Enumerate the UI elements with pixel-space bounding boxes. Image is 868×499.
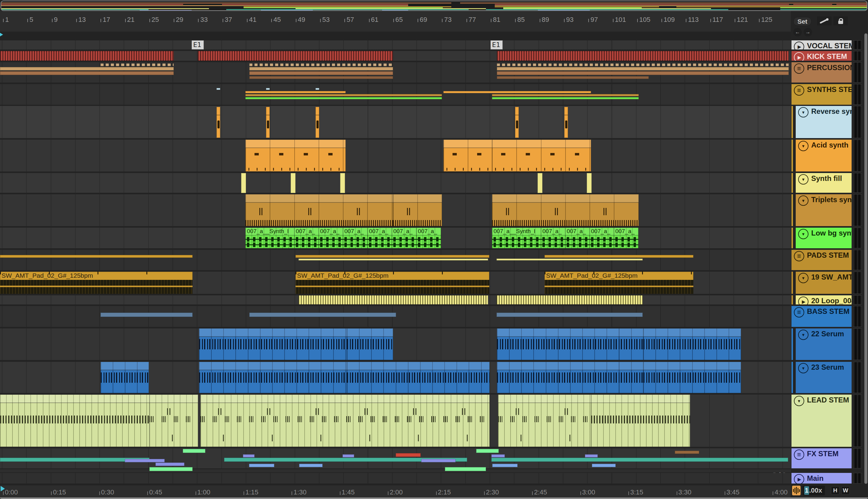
serum-bass-clip[interactable] (643, 328, 741, 360)
draw-mode-button[interactable] (817, 16, 832, 25)
triplets-synth-clip[interactable] (245, 194, 393, 226)
unfold-icon[interactable] (798, 363, 808, 373)
fx-clip[interactable] (491, 458, 788, 462)
lock-envelopes-button[interactable] (833, 16, 848, 25)
track-header-19-sw-amt[interactable]: 19 SW_AMT_ (796, 272, 852, 294)
pads-overview-strip[interactable] (497, 259, 643, 260)
track-header-22-serum[interactable]: 22 Serum (796, 328, 852, 360)
pads-overview-strip[interactable] (296, 255, 489, 258)
fx-clip[interactable] (476, 449, 499, 453)
play-icon[interactable] (794, 474, 804, 484)
serum-bass-clip[interactable] (199, 362, 347, 393)
lead-clip[interactable] (498, 394, 591, 447)
lead-clip[interactable] (149, 394, 198, 447)
set-locator-button[interactable]: Set (793, 17, 811, 26)
low-bg-synth-clip[interactable]: 007_a_ (367, 228, 392, 248)
serum-bass-clip[interactable] (347, 362, 490, 393)
serum-bass-clip[interactable] (199, 328, 347, 360)
fx-clip[interactable] (396, 453, 421, 457)
synths-overview-strip[interactable] (245, 91, 346, 93)
locator-e1[interactable]: E1 (192, 40, 204, 49)
pads-overview-strip[interactable] (544, 255, 694, 258)
low-bg-synth-clip[interactable]: 007_a_ (565, 228, 590, 248)
track-header-bass-stem[interactable]: BASS STEM (792, 306, 852, 327)
low-bg-synth-clip[interactable]: 007_a_ (343, 228, 367, 248)
unfold-icon[interactable] (798, 107, 808, 118)
bar-ruler[interactable]: ❯ ❮ 159131721252933374145495357616569737… (0, 11, 791, 32)
fx-clip[interactable] (445, 467, 486, 471)
track-lane-acid-synth[interactable] (0, 139, 791, 171)
pad-audio-clip[interactable]: SW_AMT_Pad_02_G#_125bpm (296, 272, 489, 294)
low-bg-synth-clip[interactable]: 007_a_ (318, 228, 343, 248)
playback-speed-control[interactable]: 1.00x (803, 486, 825, 495)
synths-overview-strip[interactable] (443, 91, 591, 93)
group-menu-icon[interactable] (794, 63, 804, 74)
triplets-synth-clip[interactable] (393, 194, 442, 226)
track-lane-reverse-synt[interactable] (0, 106, 791, 138)
lead-clip[interactable] (201, 394, 490, 447)
track-header-triplets-synth[interactable]: Triplets synth (796, 194, 852, 226)
synth-fill-clip[interactable] (340, 173, 345, 193)
acid-synth-clip[interactable] (245, 139, 346, 171)
percussion-overview-strip[interactable] (497, 67, 789, 70)
serum-bass-clip[interactable] (643, 362, 741, 393)
percussion-overview-strip[interactable] (497, 63, 789, 66)
group-menu-icon[interactable] (794, 251, 804, 261)
unfold-icon[interactable] (798, 195, 808, 206)
reverse-synth-clip[interactable] (515, 107, 519, 138)
zoom-height-button[interactable]: H (831, 486, 840, 495)
percussion-overview-strip[interactable] (249, 67, 393, 70)
track-header-reverse-synt[interactable]: Reverse synt (796, 106, 852, 138)
track-header-lead-stem[interactable]: LEAD STEM (792, 394, 852, 447)
percussion-overview-strip[interactable] (0, 67, 174, 70)
low-bg-synth-clip[interactable]: 007_a__Synth_l (245, 228, 294, 248)
group-menu-icon[interactable] (794, 307, 804, 317)
unfold-icon[interactable] (798, 174, 808, 184)
fx-clip[interactable] (421, 459, 456, 462)
kick-clip[interactable] (198, 51, 393, 61)
synth-fill-clip[interactable] (538, 173, 542, 193)
synths-overview-strip[interactable] (492, 97, 639, 99)
unfold-icon[interactable] (798, 330, 808, 340)
synths-overview-strip[interactable] (492, 94, 639, 96)
unfold-icon[interactable] (798, 229, 808, 239)
group-menu-icon[interactable] (794, 450, 804, 460)
synths-overview-strip[interactable] (266, 88, 270, 90)
lead-clip[interactable] (0, 394, 149, 447)
reverse-synth-clip[interactable] (266, 107, 270, 138)
track-lane-synth-fill[interactable] (0, 173, 791, 193)
serum-bass-clip[interactable] (497, 328, 643, 360)
percussion-overview-strip[interactable] (0, 71, 174, 75)
back-arrow-button[interactable]: ← (793, 28, 802, 36)
track-header-20-loop-004[interactable]: 20 Loop_004_ (796, 295, 852, 304)
low-bg-synth-clip[interactable]: 007_a_ (294, 228, 318, 248)
acid-synth-clip[interactable] (443, 139, 492, 171)
reverse-synth-clip[interactable] (315, 107, 319, 138)
reverse-synth-clip[interactable] (217, 107, 220, 138)
kick-clip[interactable] (0, 51, 174, 61)
low-bg-synth-clip[interactable]: 007_a_ (614, 228, 638, 248)
low-bg-synth-clip[interactable]: 007_a_ (541, 228, 565, 248)
overview-strip[interactable] (1, 1, 867, 11)
unfold-icon[interactable] (798, 141, 808, 151)
percussion-overview-strip[interactable] (497, 76, 649, 79)
locator-e1[interactable]: E1 (491, 40, 503, 49)
synths-overview-strip[interactable] (217, 88, 220, 90)
fx-clip[interactable] (299, 464, 323, 467)
fx-clip[interactable] (149, 467, 193, 471)
low-bg-synth-clip[interactable]: 007_a__Synth_l (492, 228, 541, 248)
percussion-overview-strip[interactable] (249, 71, 393, 75)
fx-clip[interactable] (249, 464, 274, 467)
vertical-scrollbar[interactable] (864, 33, 867, 484)
synth-fill-clip[interactable] (291, 173, 296, 193)
serum-bass-clip[interactable] (497, 362, 643, 393)
low-bg-synth-clip[interactable]: 007_a_ (590, 228, 614, 248)
track-lane-main[interactable] (0, 473, 791, 484)
track-header-percussion-s[interactable]: PERCUSSION S (792, 62, 852, 83)
serum-bass-clip[interactable] (100, 362, 149, 393)
pads-overview-strip[interactable] (299, 259, 488, 260)
track-header-kick-stem[interactable]: KICK STEM (792, 51, 852, 61)
synths-overview-strip[interactable] (315, 88, 319, 90)
track-header-acid-synth[interactable]: Acid synth (796, 139, 852, 171)
fx-clip[interactable] (183, 449, 205, 453)
